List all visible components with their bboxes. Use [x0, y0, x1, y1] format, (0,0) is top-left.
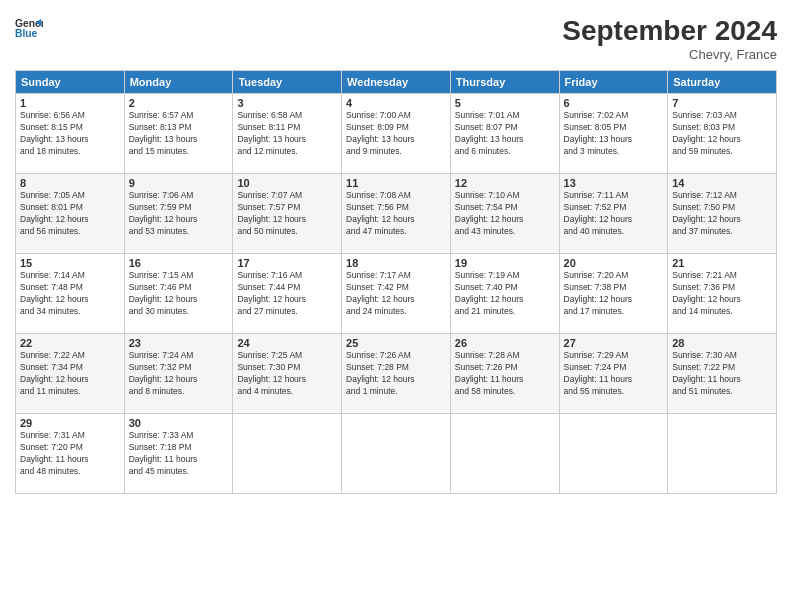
day-info: Sunrise: 7:02 AMSunset: 8:05 PMDaylight:… [564, 110, 664, 158]
table-row: 28Sunrise: 7:30 AMSunset: 7:22 PMDayligh… [668, 334, 777, 414]
day-number: 20 [564, 257, 664, 269]
location: Chevry, France [562, 47, 777, 62]
table-row: 18Sunrise: 7:17 AMSunset: 7:42 PMDayligh… [342, 254, 451, 334]
day-info: Sunrise: 7:24 AMSunset: 7:32 PMDaylight:… [129, 350, 229, 398]
col-friday: Friday [559, 71, 668, 94]
table-row: 26Sunrise: 7:28 AMSunset: 7:26 PMDayligh… [450, 334, 559, 414]
day-number: 10 [237, 177, 337, 189]
table-row: 16Sunrise: 7:15 AMSunset: 7:46 PMDayligh… [124, 254, 233, 334]
day-number: 24 [237, 337, 337, 349]
day-info: Sunrise: 7:25 AMSunset: 7:30 PMDaylight:… [237, 350, 337, 398]
table-row: 8Sunrise: 7:05 AMSunset: 8:01 PMDaylight… [16, 174, 125, 254]
table-row: 6Sunrise: 7:02 AMSunset: 8:05 PMDaylight… [559, 94, 668, 174]
day-info: Sunrise: 7:21 AMSunset: 7:36 PMDaylight:… [672, 270, 772, 318]
title-block: September 2024 Chevry, France [562, 15, 777, 62]
day-info: Sunrise: 7:33 AMSunset: 7:18 PMDaylight:… [129, 430, 229, 478]
day-number: 7 [672, 97, 772, 109]
col-thursday: Thursday [450, 71, 559, 94]
day-info: Sunrise: 7:17 AMSunset: 7:42 PMDaylight:… [346, 270, 446, 318]
day-number: 28 [672, 337, 772, 349]
day-info: Sunrise: 6:57 AMSunset: 8:13 PMDaylight:… [129, 110, 229, 158]
page: General Blue September 2024 Chevry, Fran… [0, 0, 792, 612]
table-row: 12Sunrise: 7:10 AMSunset: 7:54 PMDayligh… [450, 174, 559, 254]
table-row: 20Sunrise: 7:20 AMSunset: 7:38 PMDayligh… [559, 254, 668, 334]
day-info: Sunrise: 6:56 AMSunset: 8:15 PMDaylight:… [20, 110, 120, 158]
day-info: Sunrise: 7:31 AMSunset: 7:20 PMDaylight:… [20, 430, 120, 478]
day-info: Sunrise: 7:08 AMSunset: 7:56 PMDaylight:… [346, 190, 446, 238]
table-row: 5Sunrise: 7:01 AMSunset: 8:07 PMDaylight… [450, 94, 559, 174]
table-row: 25Sunrise: 7:26 AMSunset: 7:28 PMDayligh… [342, 334, 451, 414]
day-info: Sunrise: 7:11 AMSunset: 7:52 PMDaylight:… [564, 190, 664, 238]
col-tuesday: Tuesday [233, 71, 342, 94]
day-number: 23 [129, 337, 229, 349]
table-row: 1Sunrise: 6:56 AMSunset: 8:15 PMDaylight… [16, 94, 125, 174]
table-row: 30Sunrise: 7:33 AMSunset: 7:18 PMDayligh… [124, 414, 233, 494]
table-row [668, 414, 777, 494]
day-info: Sunrise: 7:10 AMSunset: 7:54 PMDaylight:… [455, 190, 555, 238]
table-row: 24Sunrise: 7:25 AMSunset: 7:30 PMDayligh… [233, 334, 342, 414]
table-row: 2Sunrise: 6:57 AMSunset: 8:13 PMDaylight… [124, 94, 233, 174]
table-row: 19Sunrise: 7:19 AMSunset: 7:40 PMDayligh… [450, 254, 559, 334]
day-number: 5 [455, 97, 555, 109]
day-number: 30 [129, 417, 229, 429]
day-info: Sunrise: 7:15 AMSunset: 7:46 PMDaylight:… [129, 270, 229, 318]
col-monday: Monday [124, 71, 233, 94]
day-number: 16 [129, 257, 229, 269]
table-row [342, 414, 451, 494]
table-row: 9Sunrise: 7:06 AMSunset: 7:59 PMDaylight… [124, 174, 233, 254]
table-row: 7Sunrise: 7:03 AMSunset: 8:03 PMDaylight… [668, 94, 777, 174]
table-row: 29Sunrise: 7:31 AMSunset: 7:20 PMDayligh… [16, 414, 125, 494]
svg-text:Blue: Blue [15, 28, 38, 39]
header: General Blue September 2024 Chevry, Fran… [15, 15, 777, 62]
day-info: Sunrise: 7:16 AMSunset: 7:44 PMDaylight:… [237, 270, 337, 318]
day-info: Sunrise: 7:03 AMSunset: 8:03 PMDaylight:… [672, 110, 772, 158]
day-number: 4 [346, 97, 446, 109]
day-number: 12 [455, 177, 555, 189]
table-row: 22Sunrise: 7:22 AMSunset: 7:34 PMDayligh… [16, 334, 125, 414]
table-row: 17Sunrise: 7:16 AMSunset: 7:44 PMDayligh… [233, 254, 342, 334]
day-number: 17 [237, 257, 337, 269]
table-row: 14Sunrise: 7:12 AMSunset: 7:50 PMDayligh… [668, 174, 777, 254]
day-info: Sunrise: 7:29 AMSunset: 7:24 PMDaylight:… [564, 350, 664, 398]
day-number: 22 [20, 337, 120, 349]
col-wednesday: Wednesday [342, 71, 451, 94]
logo: General Blue [15, 15, 43, 43]
day-number: 14 [672, 177, 772, 189]
day-info: Sunrise: 7:20 AMSunset: 7:38 PMDaylight:… [564, 270, 664, 318]
table-row: 13Sunrise: 7:11 AMSunset: 7:52 PMDayligh… [559, 174, 668, 254]
month-title: September 2024 [562, 15, 777, 47]
table-row: 10Sunrise: 7:07 AMSunset: 7:57 PMDayligh… [233, 174, 342, 254]
logo-icon: General Blue [15, 15, 43, 43]
day-info: Sunrise: 7:07 AMSunset: 7:57 PMDaylight:… [237, 190, 337, 238]
day-info: Sunrise: 7:00 AMSunset: 8:09 PMDaylight:… [346, 110, 446, 158]
day-number: 27 [564, 337, 664, 349]
table-row: 27Sunrise: 7:29 AMSunset: 7:24 PMDayligh… [559, 334, 668, 414]
day-info: Sunrise: 7:26 AMSunset: 7:28 PMDaylight:… [346, 350, 446, 398]
day-info: Sunrise: 6:58 AMSunset: 8:11 PMDaylight:… [237, 110, 337, 158]
table-row: 4Sunrise: 7:00 AMSunset: 8:09 PMDaylight… [342, 94, 451, 174]
day-info: Sunrise: 7:30 AMSunset: 7:22 PMDaylight:… [672, 350, 772, 398]
day-info: Sunrise: 7:06 AMSunset: 7:59 PMDaylight:… [129, 190, 229, 238]
day-number: 25 [346, 337, 446, 349]
day-info: Sunrise: 7:22 AMSunset: 7:34 PMDaylight:… [20, 350, 120, 398]
day-info: Sunrise: 7:05 AMSunset: 8:01 PMDaylight:… [20, 190, 120, 238]
day-number: 6 [564, 97, 664, 109]
day-number: 8 [20, 177, 120, 189]
day-info: Sunrise: 7:19 AMSunset: 7:40 PMDaylight:… [455, 270, 555, 318]
table-row: 3Sunrise: 6:58 AMSunset: 8:11 PMDaylight… [233, 94, 342, 174]
day-number: 9 [129, 177, 229, 189]
table-row [233, 414, 342, 494]
day-number: 13 [564, 177, 664, 189]
day-number: 3 [237, 97, 337, 109]
calendar-table: Sunday Monday Tuesday Wednesday Thursday… [15, 70, 777, 494]
table-row: 11Sunrise: 7:08 AMSunset: 7:56 PMDayligh… [342, 174, 451, 254]
day-number: 19 [455, 257, 555, 269]
col-sunday: Sunday [16, 71, 125, 94]
header-row: Sunday Monday Tuesday Wednesday Thursday… [16, 71, 777, 94]
day-number: 15 [20, 257, 120, 269]
day-info: Sunrise: 7:14 AMSunset: 7:48 PMDaylight:… [20, 270, 120, 318]
day-info: Sunrise: 7:12 AMSunset: 7:50 PMDaylight:… [672, 190, 772, 238]
day-number: 21 [672, 257, 772, 269]
day-number: 1 [20, 97, 120, 109]
day-number: 18 [346, 257, 446, 269]
